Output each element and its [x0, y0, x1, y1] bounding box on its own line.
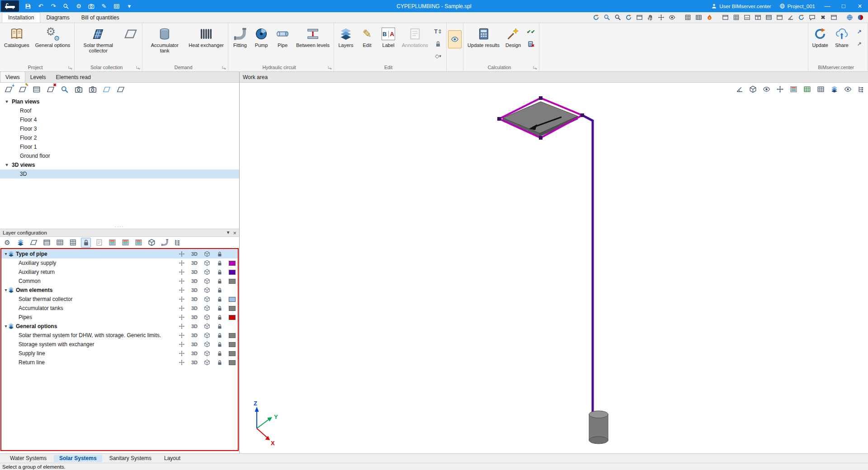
edit-view-button[interactable]: ✎ — [18, 85, 28, 94]
edit-mode-button[interactable]: ✎ — [99, 1, 109, 11]
bim-globe-icon[interactable] — [845, 13, 854, 22]
transform-icon[interactable] — [175, 296, 188, 302]
transform-icon[interactable] — [175, 359, 188, 366]
shape-dropdown-button[interactable]: ◇▾ — [432, 51, 444, 61]
color-swatch[interactable] — [229, 315, 236, 320]
layer-lock-button[interactable] — [81, 238, 91, 248]
layer-row-return-line[interactable]: Return line 3D — [1, 358, 238, 367]
color-swatch[interactable] — [229, 306, 236, 311]
captures-manager-button[interactable] — [88, 85, 98, 94]
tab-solar-systems[interactable]: Solar Systems — [54, 455, 102, 462]
redo-button[interactable]: ↷ — [48, 1, 59, 11]
between-levels-button[interactable]: Between levels — [293, 24, 332, 62]
layer-colortable-1-button[interactable] — [107, 238, 117, 248]
lock-icon[interactable] — [213, 251, 226, 257]
tree-item-3d[interactable]: 3D — [0, 169, 239, 179]
minimize-button[interactable]: — — [819, 0, 835, 12]
layer-draworder-button[interactable] — [42, 238, 52, 248]
color-swatch[interactable] — [229, 270, 236, 275]
layer-row-common[interactable]: Common 3D — [1, 277, 238, 286]
pan-icon[interactable] — [646, 13, 655, 22]
rotate-view-icon[interactable] — [591, 13, 601, 22]
color-swatch[interactable] — [229, 360, 236, 365]
catalogues-button[interactable]: Catalogues — [1, 24, 32, 62]
transform-icon[interactable] — [175, 323, 188, 329]
label-button[interactable]: BA Label — [378, 24, 399, 62]
layer-colortable-2-button[interactable] — [120, 238, 130, 248]
layer-box-button[interactable] — [146, 238, 156, 248]
measure-tool-icon[interactable] — [734, 85, 744, 94]
lock-icon[interactable] — [213, 305, 226, 311]
tab-elements-read[interactable]: Elements read — [51, 72, 95, 82]
3d-badge[interactable]: 3D — [188, 342, 201, 347]
3d-badge[interactable]: 3D — [188, 324, 201, 329]
3d-badge[interactable]: 3D — [188, 360, 201, 365]
color-swatch[interactable] — [229, 333, 236, 338]
comments-icon[interactable] — [807, 13, 817, 22]
bim-model-icon[interactable] — [856, 13, 865, 22]
accumulator-tank-button[interactable]: Accumulator tank — [144, 24, 185, 62]
fitting-button[interactable]: Fitting — [230, 24, 250, 62]
bim-share-button[interactable]: Share — [831, 24, 852, 62]
cube-icon[interactable] — [201, 260, 213, 266]
lock-icon[interactable] — [213, 269, 226, 275]
layer-row-solar-thermal-collector[interactable]: Solar thermal collector 3D — [1, 295, 238, 304]
show-references-toggle[interactable] — [448, 30, 462, 48]
tree-item-floor-1[interactable]: Floor 1 — [0, 142, 239, 151]
visibility-icon[interactable] — [761, 85, 771, 94]
show-reference-button[interactable] — [102, 85, 112, 94]
measure-angle-icon[interactable] — [786, 13, 795, 22]
solar-collection-dialog-launcher[interactable] — [136, 65, 141, 70]
tab-views[interactable]: Views — [0, 72, 25, 82]
refresh-icon[interactable] — [797, 13, 806, 22]
tab-diagrams[interactable]: Diagrams — [40, 12, 75, 23]
color-swatch[interactable] — [229, 297, 236, 302]
tab-layout[interactable]: Layout — [159, 455, 186, 462]
new-view-button[interactable]: + — [4, 85, 14, 94]
layer-row-solar-thermal-system[interactable]: Solar thermal system for DHW, with stora… — [1, 331, 238, 340]
save-button[interactable] — [23, 1, 33, 11]
lock-icon[interactable] — [213, 314, 226, 320]
hydraulic-circuit-dialog-launcher[interactable] — [327, 65, 332, 70]
transform-icon[interactable] — [175, 341, 188, 348]
capture-button[interactable] — [86, 1, 97, 11]
cube-icon[interactable] — [201, 359, 213, 366]
pump-button[interactable]: Pump — [251, 24, 272, 62]
tree-item-floor-4[interactable]: Floor 4 — [0, 115, 239, 124]
layer-row-auxiliary-return[interactable]: Auxiliary return 3D — [1, 268, 238, 277]
chevron-down-icon[interactable]: ▾ — [1, 288, 8, 292]
transform-icon[interactable] — [175, 278, 188, 284]
lock-icon[interactable] — [213, 341, 226, 348]
cube-icon[interactable] — [201, 341, 213, 348]
element-visibility-icon[interactable] — [843, 85, 853, 94]
chevron-down-icon[interactable]: ▾ — [4, 99, 10, 104]
layer-table-button[interactable] — [55, 238, 65, 248]
lock-icon[interactable] — [213, 359, 226, 366]
layer-tag-button[interactable] — [94, 238, 104, 248]
transform-icon[interactable] — [175, 314, 188, 320]
export-bim-button[interactable]: ↗ — [854, 38, 865, 49]
project-menu[interactable]: Project_001 — [775, 0, 819, 12]
3d-badge[interactable]: 3D — [188, 251, 201, 257]
model-layers-icon[interactable] — [829, 85, 839, 94]
window-cascade-icon[interactable] — [775, 13, 784, 22]
transform-icon[interactable] — [175, 287, 188, 293]
3d-badge[interactable]: 3D — [188, 287, 201, 293]
tree-item-floor-2[interactable]: Floor 2 — [0, 133, 239, 142]
lock-icon[interactable] — [213, 296, 226, 302]
cube-icon[interactable] — [201, 314, 213, 320]
layer-settings-button[interactable]: ⚙ — [2, 238, 12, 248]
layer-row-storage-system[interactable]: Storage system with exchanger 3D — [1, 340, 238, 349]
bim-update-button[interactable]: Update — [810, 24, 831, 62]
transform-icon[interactable] — [175, 260, 188, 266]
3d-badge[interactable]: 3D — [188, 269, 201, 275]
window-single-icon[interactable] — [721, 13, 730, 22]
tree-group-plan-views[interactable]: ▾ Plan views — [0, 97, 239, 106]
3d-badge[interactable]: 3D — [188, 296, 201, 302]
layer-colortable-3-button[interactable] — [133, 238, 143, 248]
layer-row-pipes[interactable]: Pipes 3D — [1, 313, 238, 322]
report-button[interactable] — [111, 1, 122, 11]
lock-icon[interactable] — [213, 278, 226, 284]
tree-item-roof[interactable]: Roof — [0, 106, 239, 115]
layer-building-button[interactable] — [68, 238, 78, 248]
